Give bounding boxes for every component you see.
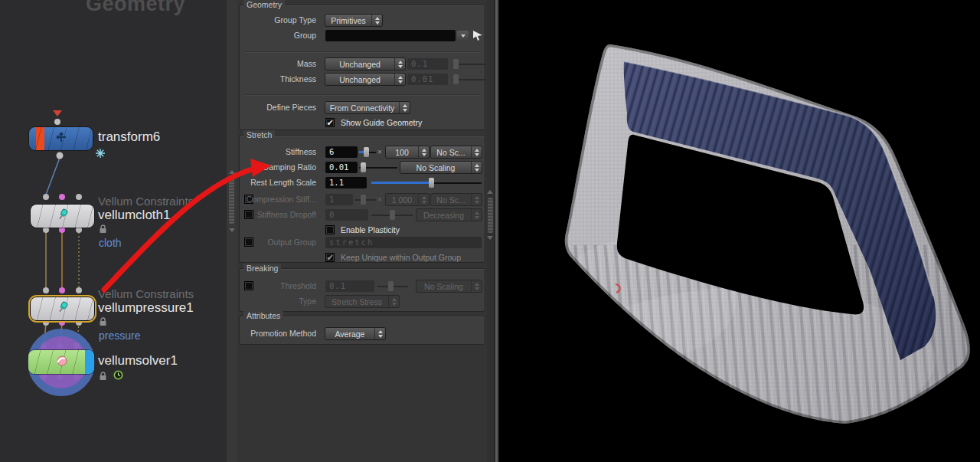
- param-label: Type: [243, 297, 316, 306]
- node-title: vellumsolver1: [98, 353, 178, 369]
- lock-icon: [99, 370, 107, 384]
- time-dependent-clock-icon: [113, 369, 123, 383]
- checkbox-label: Enable Plasticity: [341, 225, 400, 234]
- separator: [244, 51, 480, 52]
- compression-exponent-spinner[interactable]: 1 000: [386, 194, 429, 205]
- stiffness-exponent-spinner[interactable]: 100: [386, 146, 429, 158]
- scroll-down-icon[interactable]: [229, 228, 235, 232]
- rest-length-scale-field[interactable]: 1.1: [325, 177, 367, 188]
- dropoff-field[interactable]: 0: [325, 209, 368, 221]
- threshold-scale-dropdown[interactable]: No Scaling: [416, 280, 482, 292]
- thickness-slider[interactable]: [452, 74, 486, 85]
- section-title: Stretch: [243, 130, 275, 139]
- scroll-up-icon[interactable]: [229, 170, 235, 174]
- compression-slider[interactable]: [354, 194, 376, 205]
- param-label: Rest Length Scale: [243, 178, 316, 187]
- node-title: vellumcloth1: [98, 208, 171, 223]
- display-flag[interactable]: [85, 350, 94, 374]
- stiffness-scale-dropdown[interactable]: No Sc...: [431, 146, 482, 158]
- dropoff-slider[interactable]: [371, 209, 413, 221]
- lock-icon: [99, 316, 107, 329]
- parameter-scrollbar[interactable]: [487, 0, 494, 462]
- separator: [244, 94, 480, 95]
- keep-unique-checkbox[interactable]: ✔: [325, 253, 335, 262]
- scroll-down-icon[interactable]: [487, 236, 493, 240]
- param-label: Threshold: [243, 281, 316, 290]
- slider-handle[interactable]: [364, 147, 369, 157]
- section-attributes: Attributes Promotion Method Average: [239, 316, 485, 345]
- damping-scale-dropdown[interactable]: No Scaling: [400, 162, 482, 173]
- param-label: Promotion Method: [243, 329, 316, 338]
- output-group-input[interactable]: stretch: [325, 237, 482, 248]
- slider-handle[interactable]: [453, 59, 459, 69]
- viewport-divider[interactable]: [494, 0, 499, 462]
- node-vellumpressure1[interactable]: [31, 297, 94, 320]
- param-label: Damping Ratio: [243, 162, 316, 172]
- slider-handle[interactable]: [361, 162, 366, 172]
- viewport-3d[interactable]: [499, 0, 980, 462]
- show-guide-checkbox[interactable]: ✔: [325, 118, 335, 127]
- stiffness-slider[interactable]: [359, 146, 376, 158]
- pick-pointer-icon[interactable]: [472, 30, 484, 43]
- param-label: Mass: [243, 59, 316, 68]
- threshold-field[interactable]: 0.1: [325, 280, 374, 292]
- node-transform6[interactable]: [29, 127, 93, 150]
- param-label: Stiffness: [243, 147, 316, 156]
- thickness-mode-dropdown[interactable]: Unchanged: [325, 74, 405, 85]
- promotion-method-dropdown[interactable]: Average: [325, 328, 385, 339]
- node-vellumcloth1[interactable]: [31, 205, 94, 228]
- damping-slider[interactable]: [359, 162, 397, 173]
- define-pieces-dropdown[interactable]: From Connectivity: [325, 102, 410, 113]
- node-wires: [0, 0, 227, 462]
- multiply-sign: ×: [377, 195, 382, 204]
- thickness-value-field[interactable]: 0.01: [407, 74, 448, 85]
- rest-length-slider[interactable]: [371, 177, 482, 188]
- mass-slider[interactable]: [452, 58, 486, 70]
- slider-handle[interactable]: [388, 281, 394, 291]
- snowflake-icon: [95, 148, 106, 162]
- node-context-tag[interactable]: cloth: [99, 237, 122, 249]
- plasticity-checkbox[interactable]: [325, 225, 335, 234]
- section-breaking: Breaking Threshold 0.1 No Scaling Type S…: [239, 268, 485, 312]
- network-editor[interactable]: Geometry: [0, 0, 227, 462]
- node-context-tag[interactable]: pressure: [99, 329, 140, 342]
- node-type-label: Vellum Constraints: [98, 287, 194, 300]
- group-menu-button[interactable]: [457, 31, 469, 41]
- section-title: Breaking: [243, 264, 281, 273]
- pin-icon: [56, 208, 70, 224]
- section-title: Geometry: [243, 0, 285, 9]
- slider-handle[interactable]: [429, 178, 434, 188]
- vellum-solver-icon: [54, 355, 68, 370]
- stiffness-field[interactable]: 6: [325, 146, 358, 158]
- scroll-up-icon[interactable]: [487, 190, 493, 194]
- node-type-label: Vellum Constraints: [98, 195, 194, 208]
- pane-divider[interactable]: [227, 0, 237, 462]
- node-vellumsolver1[interactable]: [28, 350, 94, 374]
- slider-handle[interactable]: [361, 195, 366, 205]
- group-input[interactable]: [325, 30, 456, 41]
- checkbox-label: Show Guide Geometry: [341, 118, 422, 127]
- threshold-slider[interactable]: [377, 280, 408, 292]
- error-flag-icon: [53, 110, 62, 116]
- section-title: Attributes: [243, 311, 283, 320]
- scrollbar-thumb[interactable]: [488, 198, 493, 233]
- compression-scale-dropdown[interactable]: No Sc...: [431, 194, 482, 205]
- cloth-simulation-render: [499, 0, 980, 462]
- compression-field[interactable]: 1: [325, 194, 353, 205]
- lock-icon: [99, 223, 107, 237]
- pin-icon: [56, 300, 70, 317]
- damping-ratio-field[interactable]: 0.01: [325, 162, 358, 173]
- spinner-arrows-icon[interactable]: [371, 15, 382, 26]
- transform-icon: [55, 131, 67, 146]
- parameter-editor: Geometry Group Type Primitives Group Mas…: [237, 0, 487, 462]
- mass-mode-dropdown[interactable]: Unchanged: [325, 58, 405, 70]
- param-label: Group Type: [243, 15, 316, 25]
- break-type-dropdown[interactable]: Stretch Stress: [325, 296, 399, 307]
- scrollbar-thumb[interactable]: [229, 178, 234, 224]
- group-type-dropdown[interactable]: Primitives: [325, 15, 382, 26]
- dropoff-mode-dropdown[interactable]: Decreasing: [416, 209, 482, 221]
- node-title: vellumpressure1: [98, 300, 194, 316]
- slider-handle[interactable]: [390, 210, 395, 220]
- slider-handle[interactable]: [453, 74, 459, 84]
- mass-value-field[interactable]: 0.1: [407, 58, 448, 70]
